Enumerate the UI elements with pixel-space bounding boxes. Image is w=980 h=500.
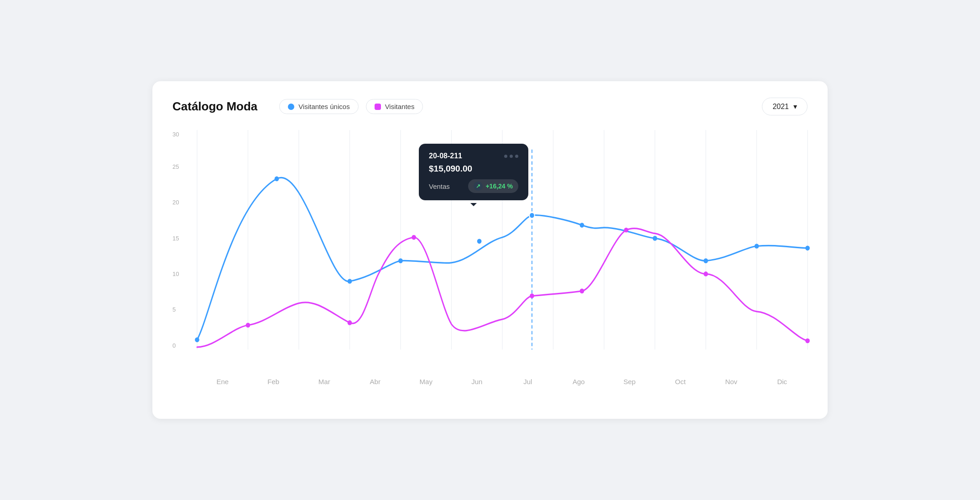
blue-dot-end xyxy=(805,245,810,250)
x-label-ene: Ene xyxy=(197,378,248,385)
pink-dot-nov xyxy=(704,271,708,276)
chart-area: 30 25 20 15 10 5 0 xyxy=(172,130,808,385)
chart-card: Catálogo Moda Visitantes únicos Visitant… xyxy=(152,81,828,419)
x-label-nov: Nov xyxy=(706,378,757,385)
x-label-jul: Jul xyxy=(502,378,553,385)
x-label-ago: Ago xyxy=(553,378,605,385)
year-selector[interactable]: 2021 ▾ xyxy=(762,98,808,115)
unique-visitors-icon xyxy=(288,104,294,110)
legend-group: Visitantes únicos Visitantes xyxy=(279,99,423,114)
pink-dot-sep xyxy=(580,289,584,294)
y-label-20: 20 xyxy=(172,199,179,206)
x-label-may: May xyxy=(401,378,452,385)
y-label-0: 0 xyxy=(172,342,176,349)
year-value: 2021 xyxy=(772,103,789,111)
blue-dot-dic xyxy=(755,244,759,249)
blue-dot-ene xyxy=(195,337,199,342)
y-label-25: 25 xyxy=(172,163,179,170)
x-label-feb: Feb xyxy=(248,378,299,385)
chevron-down-icon: ▾ xyxy=(793,102,797,111)
visitors-icon xyxy=(375,104,381,110)
blue-dot-mar xyxy=(348,279,352,284)
pink-dot-ago xyxy=(530,293,534,298)
x-label-abr: Abr xyxy=(350,378,401,385)
legend-unique-visitors[interactable]: Visitantes únicos xyxy=(279,99,358,114)
pink-dot-mar xyxy=(348,320,352,325)
blue-dot-abr xyxy=(398,258,403,263)
pink-dot-ene xyxy=(246,323,250,328)
x-axis: Ene Feb Mar Abr May Jun Jul Ago Sep Oct … xyxy=(197,378,808,385)
blue-dot-feb xyxy=(275,177,279,182)
blue-dot-ago xyxy=(529,213,535,219)
x-label-sep: Sep xyxy=(604,378,655,385)
blue-dot-jun xyxy=(477,239,482,244)
y-label-15: 15 xyxy=(172,235,179,242)
x-label-jun: Jun xyxy=(452,378,503,385)
chart-header: Catálogo Moda Visitantes únicos Visitant… xyxy=(172,98,808,115)
unique-visitors-label: Visitantes únicos xyxy=(298,103,349,110)
blue-dot-oct xyxy=(653,236,657,241)
legend-visitors[interactable]: Visitantes xyxy=(366,99,423,114)
x-label-oct: Oct xyxy=(655,378,706,385)
x-label-mar: Mar xyxy=(299,378,350,385)
y-label-5: 5 xyxy=(172,306,176,313)
y-label-10: 10 xyxy=(172,271,179,277)
x-label-dic: Dic xyxy=(757,378,808,385)
blue-dot-sep xyxy=(580,223,584,228)
pink-dot-end xyxy=(805,339,810,344)
line-chart xyxy=(197,130,808,369)
chart-title: Catálogo Moda xyxy=(172,99,257,114)
pink-dot-may xyxy=(412,235,416,240)
visitors-label: Visitantes xyxy=(385,103,415,110)
pink-dot-oct xyxy=(624,228,629,233)
y-label-30: 30 xyxy=(172,131,179,138)
blue-dot-nov xyxy=(704,258,708,263)
